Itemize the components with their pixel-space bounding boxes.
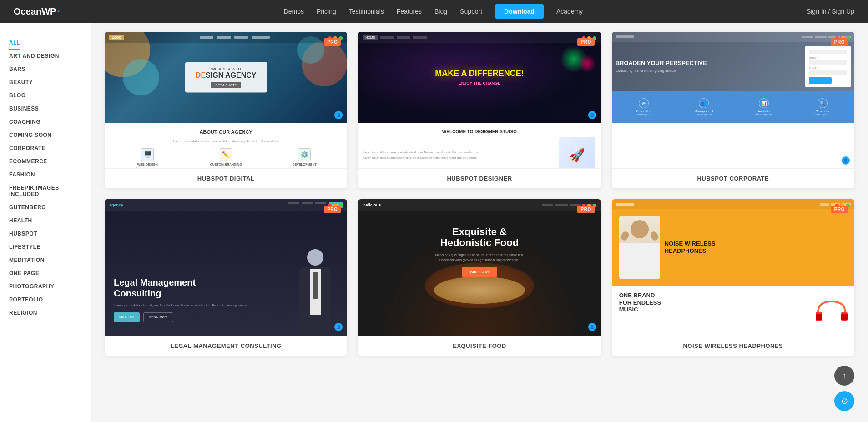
card-footer-3: HUBSPOT CORPORATE xyxy=(612,168,854,188)
pro-badge-4: PRO xyxy=(324,206,341,213)
sidebar-item-business[interactable]: BUSINESS xyxy=(9,102,81,116)
pro-badge-5: PRO xyxy=(577,206,594,213)
card-hubspot-corporate[interactable]: BROADEN YOUR PERSPECTIVE Consulting is m… xyxy=(612,32,854,188)
pro-badge-3: PRO xyxy=(831,38,848,46)
sidebar-item-freepik[interactable]: FREEPIK IMAGES INCLUDED xyxy=(9,181,81,201)
sidebar-item-corporate[interactable]: CORPORATE xyxy=(9,142,81,155)
card-image-hubspot-designer: HOME MAKE A DIFFERENCE! ENJOY THE CHANGE xyxy=(358,32,601,168)
card-title-3: HUBSPOT CORPORATE xyxy=(619,175,847,182)
card-image-hubspot-corporate: BROADEN YOUR PERSPECTIVE Consulting is m… xyxy=(612,32,854,168)
content-area: LOGO WE ARE A WEB DESIGN AGENCY xyxy=(91,23,868,422)
pro-badge-6: PRO xyxy=(831,206,848,213)
pro-badge: PRO xyxy=(324,38,341,46)
card-food[interactable]: Delicious xyxy=(358,199,601,356)
nav-academy[interactable]: Academy xyxy=(556,8,583,15)
nav-pricing[interactable]: Pricing xyxy=(317,8,336,15)
sidebar-item-bars[interactable]: BARS xyxy=(9,63,81,76)
card-footer-4: LEGAL MANAGEMENT CONSULTING xyxy=(105,336,347,356)
sidebar-item-blog[interactable]: BLOG xyxy=(9,89,81,102)
card-image-hubspot-digital: LOGO WE ARE A WEB DESIGN AGENCY xyxy=(105,32,347,168)
sidebar-item-meditation[interactable]: MEDITATION xyxy=(9,254,81,267)
nav-support[interactable]: Support xyxy=(460,8,482,15)
card-headphones[interactable]: NOISE WIRELESSHEADPHONES ONE BRANDFOR EN… xyxy=(612,199,854,356)
themes-grid: LOGO WE ARE A WEB DESIGN AGENCY xyxy=(105,32,854,356)
nav-testimonials[interactable]: Testimonials xyxy=(349,8,384,15)
card-footer-6: NOISE WIRELESS HEADPHONES xyxy=(612,336,854,356)
card-title-2: HUBSPOT DESIGNER xyxy=(365,175,593,182)
card-footer-5: EXQUISITE FOOD xyxy=(358,336,601,356)
sidebar-item-portfolio[interactable]: PORTFOLIO xyxy=(9,293,81,306)
sidebar-item-ecommerce[interactable]: ECOMMERCE xyxy=(9,155,81,168)
card-image-headphones: NOISE WIRELESSHEADPHONES ONE BRANDFOR EN… xyxy=(612,199,854,336)
svg-rect-2 xyxy=(816,314,822,320)
svg-rect-3 xyxy=(841,314,848,320)
nav-features[interactable]: Features xyxy=(397,8,422,15)
chevron-up-icon: ↑ xyxy=(843,371,847,381)
card-title-4: LEGAL MANAGEMENT CONSULTING xyxy=(112,342,340,349)
nav-blog[interactable]: Blog xyxy=(434,8,447,15)
card-title-5: EXQUISITE FOOD xyxy=(365,342,593,349)
signin-link[interactable]: Sign In / Sign Up xyxy=(807,8,854,15)
logo-text: OceanWP xyxy=(14,6,56,17)
sidebar-item-fashion[interactable]: FASHION xyxy=(9,168,81,181)
sidebar-item-lifestyle[interactable]: LIFESTYLE xyxy=(9,241,81,254)
scroll-top-button[interactable]: ↑ xyxy=(834,366,854,386)
main-container: ALL ART AND DESIGN BARS BEAUTY BLOG BUSI… xyxy=(0,23,868,422)
card-hubspot-digital[interactable]: LOGO WE ARE A WEB DESIGN AGENCY xyxy=(105,32,347,188)
nav-demos[interactable]: Demos xyxy=(284,8,304,15)
sidebar-item-art-and-design[interactable]: ART AND DESIGN xyxy=(9,50,81,63)
header: OceanWP· Demos Pricing Testimonials Feat… xyxy=(0,0,868,23)
sidebar: ALL ART AND DESIGN BARS BEAUTY BLOG BUSI… xyxy=(0,23,91,422)
sidebar-item-gutenberg[interactable]: GUTENBERG xyxy=(9,201,81,214)
logo[interactable]: OceanWP· xyxy=(14,6,60,17)
main-nav: Demos Pricing Testimonials Features Blog… xyxy=(284,4,583,19)
card-hubspot-designer[interactable]: HOME MAKE A DIFFERENCE! ENJOY THE CHANGE xyxy=(358,32,601,188)
sidebar-item-one-page[interactable]: ONE PAGE xyxy=(9,267,81,280)
help-button[interactable]: ⊙ xyxy=(834,391,854,411)
sidebar-item-beauty[interactable]: BEAUTY xyxy=(9,76,81,89)
card-footer-2: HUBSPOT DESIGNER xyxy=(358,168,601,188)
sidebar-item-coaching[interactable]: COACHING xyxy=(9,116,81,129)
sidebar-item-photography[interactable]: PHOTOGRAPHY xyxy=(9,280,81,293)
sidebar-item-all[interactable]: ALL xyxy=(9,36,20,50)
sidebar-item-hubspot[interactable]: HUBSPOT xyxy=(9,227,81,241)
help-icon: ⊙ xyxy=(841,396,848,406)
card-image-food: Delicious xyxy=(358,199,601,336)
card-image-legal: agency. Let's Talk Legal Manageme xyxy=(105,199,347,336)
sidebar-item-coming-soon[interactable]: COMING SOON xyxy=(9,129,81,142)
card-footer: HUBSPOT DIGITAL xyxy=(105,168,347,188)
nav-download[interactable]: Download xyxy=(495,4,544,19)
card-legal-consulting[interactable]: agency. Let's Talk Legal Manageme xyxy=(105,199,347,356)
sidebar-item-religion[interactable]: RELIGION xyxy=(9,306,81,320)
card-title-6: NOISE WIRELESS HEADPHONES xyxy=(619,342,847,349)
sidebar-item-health[interactable]: HEALTH xyxy=(9,214,81,227)
logo-dot: · xyxy=(57,6,60,17)
card-title: HUBSPOT DIGITAL xyxy=(112,175,340,182)
